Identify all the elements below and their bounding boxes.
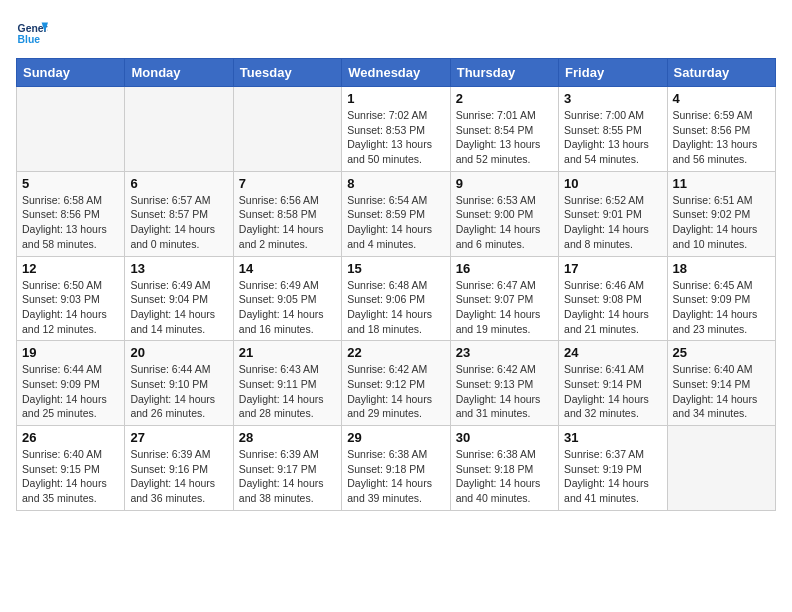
calendar-cell — [17, 87, 125, 172]
calendar-cell: 31 Sunrise: 6:37 AM Sunset: 9:19 PM Dayl… — [559, 426, 667, 511]
day-number: 16 — [456, 261, 553, 276]
day-number: 29 — [347, 430, 444, 445]
calendar-cell: 29 Sunrise: 6:38 AM Sunset: 9:18 PM Dayl… — [342, 426, 450, 511]
day-info: Sunrise: 6:37 AM Sunset: 9:19 PM Dayligh… — [564, 447, 661, 506]
calendar-cell: 13 Sunrise: 6:49 AM Sunset: 9:04 PM Dayl… — [125, 256, 233, 341]
day-number: 1 — [347, 91, 444, 106]
day-info: Sunrise: 6:53 AM Sunset: 9:00 PM Dayligh… — [456, 193, 553, 252]
calendar-cell: 22 Sunrise: 6:42 AM Sunset: 9:12 PM Dayl… — [342, 341, 450, 426]
day-number: 20 — [130, 345, 227, 360]
calendar-cell: 14 Sunrise: 6:49 AM Sunset: 9:05 PM Dayl… — [233, 256, 341, 341]
logo-icon: General Blue — [16, 16, 48, 48]
day-info: Sunrise: 6:42 AM Sunset: 9:13 PM Dayligh… — [456, 362, 553, 421]
day-number: 17 — [564, 261, 661, 276]
weekday-header-tuesday: Tuesday — [233, 59, 341, 87]
day-info: Sunrise: 6:38 AM Sunset: 9:18 PM Dayligh… — [456, 447, 553, 506]
day-info: Sunrise: 6:38 AM Sunset: 9:18 PM Dayligh… — [347, 447, 444, 506]
day-number: 9 — [456, 176, 553, 191]
weekday-header-monday: Monday — [125, 59, 233, 87]
day-number: 12 — [22, 261, 119, 276]
calendar-cell: 11 Sunrise: 6:51 AM Sunset: 9:02 PM Dayl… — [667, 171, 775, 256]
day-number: 5 — [22, 176, 119, 191]
calendar-cell: 2 Sunrise: 7:01 AM Sunset: 8:54 PM Dayli… — [450, 87, 558, 172]
calendar-cell: 12 Sunrise: 6:50 AM Sunset: 9:03 PM Dayl… — [17, 256, 125, 341]
day-number: 24 — [564, 345, 661, 360]
day-info: Sunrise: 6:43 AM Sunset: 9:11 PM Dayligh… — [239, 362, 336, 421]
day-info: Sunrise: 6:40 AM Sunset: 9:14 PM Dayligh… — [673, 362, 770, 421]
calendar-cell: 19 Sunrise: 6:44 AM Sunset: 9:09 PM Dayl… — [17, 341, 125, 426]
day-info: Sunrise: 6:40 AM Sunset: 9:15 PM Dayligh… — [22, 447, 119, 506]
day-number: 13 — [130, 261, 227, 276]
calendar-cell — [125, 87, 233, 172]
day-number: 18 — [673, 261, 770, 276]
svg-text:Blue: Blue — [18, 34, 41, 45]
week-row-2: 5 Sunrise: 6:58 AM Sunset: 8:56 PM Dayli… — [17, 171, 776, 256]
weekday-header-sunday: Sunday — [17, 59, 125, 87]
calendar-cell: 23 Sunrise: 6:42 AM Sunset: 9:13 PM Dayl… — [450, 341, 558, 426]
week-row-1: 1 Sunrise: 7:02 AM Sunset: 8:53 PM Dayli… — [17, 87, 776, 172]
day-info: Sunrise: 6:56 AM Sunset: 8:58 PM Dayligh… — [239, 193, 336, 252]
day-number: 28 — [239, 430, 336, 445]
calendar-cell: 17 Sunrise: 6:46 AM Sunset: 9:08 PM Dayl… — [559, 256, 667, 341]
page-header: General Blue — [16, 16, 776, 48]
day-info: Sunrise: 6:48 AM Sunset: 9:06 PM Dayligh… — [347, 278, 444, 337]
day-number: 23 — [456, 345, 553, 360]
day-info: Sunrise: 6:47 AM Sunset: 9:07 PM Dayligh… — [456, 278, 553, 337]
day-number: 2 — [456, 91, 553, 106]
day-info: Sunrise: 6:51 AM Sunset: 9:02 PM Dayligh… — [673, 193, 770, 252]
weekday-header-row: SundayMondayTuesdayWednesdayThursdayFrid… — [17, 59, 776, 87]
calendar-cell: 26 Sunrise: 6:40 AM Sunset: 9:15 PM Dayl… — [17, 426, 125, 511]
week-row-5: 26 Sunrise: 6:40 AM Sunset: 9:15 PM Dayl… — [17, 426, 776, 511]
calendar-cell: 10 Sunrise: 6:52 AM Sunset: 9:01 PM Dayl… — [559, 171, 667, 256]
day-info: Sunrise: 7:02 AM Sunset: 8:53 PM Dayligh… — [347, 108, 444, 167]
day-number: 14 — [239, 261, 336, 276]
calendar-cell: 3 Sunrise: 7:00 AM Sunset: 8:55 PM Dayli… — [559, 87, 667, 172]
day-number: 8 — [347, 176, 444, 191]
week-row-3: 12 Sunrise: 6:50 AM Sunset: 9:03 PM Dayl… — [17, 256, 776, 341]
calendar-cell — [667, 426, 775, 511]
day-info: Sunrise: 6:41 AM Sunset: 9:14 PM Dayligh… — [564, 362, 661, 421]
calendar-cell: 27 Sunrise: 6:39 AM Sunset: 9:16 PM Dayl… — [125, 426, 233, 511]
day-number: 19 — [22, 345, 119, 360]
calendar-cell: 18 Sunrise: 6:45 AM Sunset: 9:09 PM Dayl… — [667, 256, 775, 341]
calendar-table: SundayMondayTuesdayWednesdayThursdayFrid… — [16, 58, 776, 511]
day-info: Sunrise: 6:45 AM Sunset: 9:09 PM Dayligh… — [673, 278, 770, 337]
day-info: Sunrise: 6:49 AM Sunset: 9:05 PM Dayligh… — [239, 278, 336, 337]
weekday-header-friday: Friday — [559, 59, 667, 87]
day-number: 25 — [673, 345, 770, 360]
day-number: 27 — [130, 430, 227, 445]
day-number: 15 — [347, 261, 444, 276]
day-number: 30 — [456, 430, 553, 445]
day-number: 22 — [347, 345, 444, 360]
day-info: Sunrise: 6:57 AM Sunset: 8:57 PM Dayligh… — [130, 193, 227, 252]
day-info: Sunrise: 6:46 AM Sunset: 9:08 PM Dayligh… — [564, 278, 661, 337]
day-number: 11 — [673, 176, 770, 191]
day-info: Sunrise: 6:39 AM Sunset: 9:16 PM Dayligh… — [130, 447, 227, 506]
calendar-cell: 16 Sunrise: 6:47 AM Sunset: 9:07 PM Dayl… — [450, 256, 558, 341]
weekday-header-saturday: Saturday — [667, 59, 775, 87]
calendar-cell: 24 Sunrise: 6:41 AM Sunset: 9:14 PM Dayl… — [559, 341, 667, 426]
weekday-header-wednesday: Wednesday — [342, 59, 450, 87]
calendar-cell: 6 Sunrise: 6:57 AM Sunset: 8:57 PM Dayli… — [125, 171, 233, 256]
day-number: 31 — [564, 430, 661, 445]
logo: General Blue — [16, 16, 48, 48]
calendar-cell: 8 Sunrise: 6:54 AM Sunset: 8:59 PM Dayli… — [342, 171, 450, 256]
calendar-cell: 1 Sunrise: 7:02 AM Sunset: 8:53 PM Dayli… — [342, 87, 450, 172]
calendar-cell: 20 Sunrise: 6:44 AM Sunset: 9:10 PM Dayl… — [125, 341, 233, 426]
day-info: Sunrise: 7:00 AM Sunset: 8:55 PM Dayligh… — [564, 108, 661, 167]
day-number: 7 — [239, 176, 336, 191]
calendar-cell: 28 Sunrise: 6:39 AM Sunset: 9:17 PM Dayl… — [233, 426, 341, 511]
day-info: Sunrise: 6:49 AM Sunset: 9:04 PM Dayligh… — [130, 278, 227, 337]
day-number: 6 — [130, 176, 227, 191]
day-number: 26 — [22, 430, 119, 445]
week-row-4: 19 Sunrise: 6:44 AM Sunset: 9:09 PM Dayl… — [17, 341, 776, 426]
day-number: 10 — [564, 176, 661, 191]
day-info: Sunrise: 6:52 AM Sunset: 9:01 PM Dayligh… — [564, 193, 661, 252]
calendar-cell: 15 Sunrise: 6:48 AM Sunset: 9:06 PM Dayl… — [342, 256, 450, 341]
day-number: 21 — [239, 345, 336, 360]
day-number: 3 — [564, 91, 661, 106]
calendar-cell — [233, 87, 341, 172]
day-info: Sunrise: 7:01 AM Sunset: 8:54 PM Dayligh… — [456, 108, 553, 167]
day-info: Sunrise: 6:42 AM Sunset: 9:12 PM Dayligh… — [347, 362, 444, 421]
day-info: Sunrise: 6:59 AM Sunset: 8:56 PM Dayligh… — [673, 108, 770, 167]
